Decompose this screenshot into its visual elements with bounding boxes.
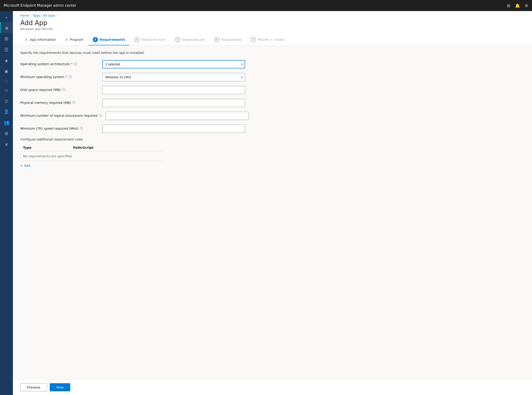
next-button[interactable]: Next xyxy=(50,383,70,391)
tab-program[interactable]: ✓ Program xyxy=(60,35,88,45)
tab-assignments-label: Assignments xyxy=(221,38,242,41)
check-icon-app-info: ✓ xyxy=(25,38,28,42)
disk-space-label: Disk space required (MB) ⓘ xyxy=(20,86,99,92)
tab-review-number: 7 xyxy=(251,37,256,42)
disk-space-info-icon[interactable]: ⓘ xyxy=(62,88,66,92)
breadcrumb-sep2: › xyxy=(57,14,58,17)
tab-assignments-number: 6 xyxy=(214,37,219,42)
physical-memory-row: Physical memory required (MB) ⓘ xyxy=(20,99,525,107)
tab-assignments[interactable]: 6 Assignments xyxy=(210,34,247,45)
sidebar-item-settings[interactable]: ⚙ xyxy=(0,128,13,139)
sidebar-toggle[interactable]: « xyxy=(3,13,10,22)
sidebar-item-home[interactable]: ⌂ xyxy=(0,22,13,33)
additional-requirements-section: Configure additional requirement rules T… xyxy=(20,137,525,168)
tab-detection-number: 4 xyxy=(134,37,139,42)
min-os-label: Minimum operating system * ⓘ xyxy=(20,73,99,79)
tab-review-label: Review + create xyxy=(258,38,284,41)
min-os-row: Minimum operating system * ⓘ Windows 10 … xyxy=(20,73,525,81)
min-os-info-icon[interactable]: ⓘ xyxy=(69,75,72,79)
tab-app-information[interactable]: ✓ App information xyxy=(20,35,60,45)
tab-dependencies-label: Dependencies xyxy=(182,38,205,41)
min-os-required: * xyxy=(66,75,67,79)
os-arch-info-icon[interactable]: ⓘ xyxy=(74,62,77,66)
disk-space-control xyxy=(102,86,245,94)
main-layout: « ⌂ ⊞ ☰ ★ ▣ ⬚ 🛡 ◫ 👤 👥 ⚙ ✕ Home › Apps | … xyxy=(0,11,532,395)
min-processors-row: Minimum number of logical processors req… xyxy=(20,112,525,120)
breadcrumb-home[interactable]: Home xyxy=(20,14,29,17)
physical-memory-info-icon[interactable]: ⓘ xyxy=(72,101,76,105)
physical-memory-control xyxy=(102,99,245,107)
sidebar-item-users[interactable]: 👤 xyxy=(0,106,13,117)
tab-review-create[interactable]: 7 Review + create xyxy=(246,34,289,45)
min-os-control: Windows 10 1607 Windows 10 1703 Windows … xyxy=(102,73,245,81)
disk-space-row: Disk space required (MB) ⓘ xyxy=(20,86,525,94)
breadcrumb-apps[interactable]: Apps | All apps xyxy=(33,14,55,17)
min-cpu-speed-label: Minimum CPU speed required (MHz) ⓘ xyxy=(20,125,99,131)
col-type: Type xyxy=(20,144,71,152)
sidebar-item-dashboard[interactable]: ⊞ xyxy=(0,33,13,44)
add-requirement-link[interactable]: + Add xyxy=(20,164,30,167)
sidebar-item-monitor[interactable]: ◫ xyxy=(0,96,13,106)
min-cpu-speed-row: Minimum CPU speed required (MHz) ⓘ xyxy=(20,125,525,133)
os-architecture-label: Operating system architecture * ⓘ xyxy=(20,60,99,66)
bell-icon[interactable]: 🔔 xyxy=(515,3,520,8)
physical-memory-label: Physical memory required (MB) ⓘ xyxy=(20,99,99,105)
os-architecture-control: 2 selected 32-bit 64-bit ∨ xyxy=(102,60,245,68)
settings-icon[interactable]: ⚙ xyxy=(525,3,528,8)
additional-requirements-title: Configure additional requirement rules xyxy=(20,137,525,141)
topbar: Microsoft Endpoint Manager admin center … xyxy=(0,0,532,11)
empty-message: No requirements are specified. xyxy=(20,152,163,161)
sidebar: « ⌂ ⊞ ☰ ★ ▣ ⬚ 🛡 ◫ 👤 👥 ⚙ ✕ xyxy=(0,11,13,395)
min-processors-info-icon[interactable]: ⓘ xyxy=(99,114,102,118)
sidebar-item-devices[interactable]: ▣ xyxy=(0,66,13,76)
min-processors-input[interactable] xyxy=(106,112,248,120)
os-architecture-select[interactable]: 2 selected 32-bit 64-bit xyxy=(102,60,245,68)
breadcrumb-sep1: › xyxy=(30,14,32,17)
sidebar-item-groups[interactable]: 👥 xyxy=(0,117,13,128)
page-header: Add App Windows app (Win32) xyxy=(13,17,532,34)
tab-app-information-label: App information xyxy=(30,38,56,41)
sidebar-item-favorites[interactable]: ★ xyxy=(0,55,13,66)
tab-requirements-number: 3 xyxy=(93,37,98,42)
sidebar-item-troubleshoot[interactable]: ✕ xyxy=(0,139,13,150)
sidebar-item-list[interactable]: ☰ xyxy=(0,44,13,55)
min-cpu-speed-input[interactable] xyxy=(102,125,245,133)
os-architecture-row: Operating system architecture * ⓘ 2 sele… xyxy=(20,60,525,68)
table-row-empty: No requirements are specified. xyxy=(20,152,163,161)
check-icon-program: ✓ xyxy=(65,38,68,42)
form-area: Specify the requirements that devices mu… xyxy=(13,45,532,379)
os-arch-required: * xyxy=(71,62,72,66)
breadcrumb: Home › Apps | All apps › xyxy=(13,11,532,17)
footer: Previous Next xyxy=(13,379,532,395)
min-cpu-speed-info-icon[interactable]: ⓘ xyxy=(80,126,83,131)
previous-button[interactable]: Previous xyxy=(20,383,47,391)
tab-detection-rules[interactable]: 4 Detection rules xyxy=(130,34,170,45)
disk-space-input[interactable] xyxy=(102,86,245,94)
min-cpu-speed-control xyxy=(102,125,245,133)
physical-memory-input[interactable] xyxy=(102,99,245,107)
tab-program-label: Program xyxy=(70,38,83,41)
sidebar-item-security[interactable]: 🛡 xyxy=(0,86,13,96)
sidebar-item-apps[interactable]: ⬚ xyxy=(0,76,13,86)
tab-requirements-label: Requirements xyxy=(100,38,125,41)
tab-dependencies-number: 5 xyxy=(175,37,180,42)
col-path-script: Path/Script xyxy=(71,144,163,152)
min-processors-label: Minimum number of logical processors req… xyxy=(20,112,102,118)
topbar-icons: ⊞ 🔔 ⚙ xyxy=(507,3,528,8)
app-title: Microsoft Endpoint Manager admin center xyxy=(4,3,507,8)
page-subtitle: Windows app (Win32) xyxy=(20,27,525,31)
tab-requirements[interactable]: 3 Requirements xyxy=(88,34,130,45)
requirements-table: Type Path/Script No requirements are spe… xyxy=(20,144,163,161)
form-description: Specify the requirements that devices mu… xyxy=(20,51,525,55)
page-title: Add App xyxy=(20,19,525,27)
wizard-tabs: ✓ App information ✓ Program 3 Requiremen… xyxy=(13,34,532,45)
grid-icon[interactable]: ⊞ xyxy=(507,3,510,8)
min-processors-control xyxy=(106,112,248,120)
content-area: Home › Apps | All apps › Add App Windows… xyxy=(13,11,532,395)
tab-detection-label: Detection rules xyxy=(141,38,166,41)
tab-dependencies[interactable]: 5 Dependencies xyxy=(170,34,210,45)
min-os-select[interactable]: Windows 10 1607 Windows 10 1703 Windows … xyxy=(102,73,245,81)
